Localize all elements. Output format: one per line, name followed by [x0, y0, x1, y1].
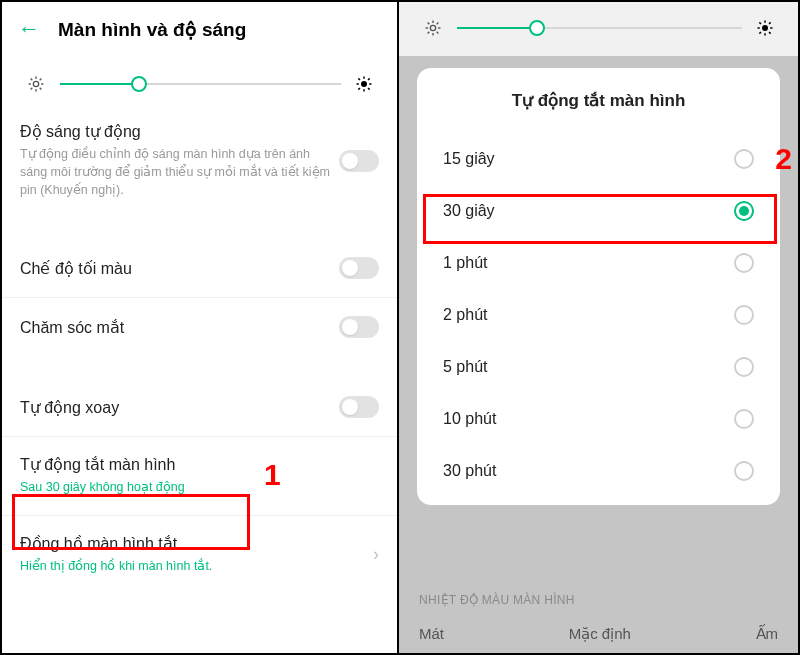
sun-high-icon — [756, 19, 774, 37]
always-on-row[interactable]: Đồng hồ màn hình tắt Hiển thị đồng hồ kh… — [2, 520, 397, 589]
brightness-slider[interactable] — [60, 74, 341, 94]
back-icon[interactable]: ← — [18, 16, 40, 42]
row-title: Độ sáng tự động — [20, 122, 339, 141]
dialog-screen: NHIỆT ĐỘ MÀU MÀN HÌNH Mát Mặc định Ấm Tự… — [399, 2, 798, 653]
option-label: 10 phút — [443, 410, 496, 428]
svg-point-0 — [33, 81, 38, 86]
auto-brightness-toggle[interactable] — [339, 150, 379, 172]
temp-warm[interactable]: Ấm — [756, 625, 779, 643]
option-label: 30 phút — [443, 462, 496, 480]
settings-screen: ← Màn hình và độ sáng — [2, 2, 399, 653]
radio-icon — [734, 149, 754, 169]
option-30m[interactable]: 30 phút — [441, 445, 756, 497]
option-1m[interactable]: 1 phút — [441, 237, 756, 289]
svg-line-17 — [368, 78, 370, 80]
option-5m[interactable]: 5 phút — [441, 341, 756, 393]
radio-icon — [734, 305, 754, 325]
sun-high-icon — [355, 75, 373, 93]
callout-1: 1 — [264, 458, 281, 492]
svg-line-32 — [759, 22, 761, 24]
option-15s[interactable]: 15 giây — [441, 133, 756, 185]
eye-care-toggle[interactable] — [339, 316, 379, 338]
svg-point-27 — [762, 25, 768, 31]
row-title: Chế độ tối màu — [20, 259, 339, 278]
svg-point-18 — [430, 25, 435, 30]
row-title: Đồng hồ màn hình tắt — [20, 534, 365, 553]
option-label: 5 phút — [443, 358, 487, 376]
svg-line-8 — [40, 79, 42, 81]
svg-line-14 — [358, 78, 360, 80]
screen-off-row[interactable]: Tự động tắt màn hình Sau 30 giây không h… — [2, 441, 397, 510]
screen-off-dialog: Tự động tắt màn hình 15 giây 30 giây 1 p… — [417, 68, 780, 505]
svg-line-25 — [428, 32, 430, 34]
row-title: Chăm sóc mắt — [20, 318, 339, 337]
option-label: 15 giây — [443, 150, 495, 168]
temp-default[interactable]: Mặc định — [569, 625, 631, 643]
option-label: 1 phút — [443, 254, 487, 272]
radio-icon — [734, 253, 754, 273]
option-10m[interactable]: 10 phút — [441, 393, 756, 445]
svg-line-26 — [437, 23, 439, 25]
svg-point-9 — [361, 81, 367, 87]
svg-line-35 — [769, 22, 771, 24]
svg-line-15 — [368, 88, 370, 90]
auto-rotate-row[interactable]: Tự động xoay — [2, 382, 397, 432]
radio-icon — [734, 409, 754, 429]
eye-care-row[interactable]: Chăm sóc mắt — [2, 302, 397, 352]
option-2m[interactable]: 2 phút — [441, 289, 756, 341]
radio-icon — [734, 357, 754, 377]
header: ← Màn hình và độ sáng — [2, 2, 397, 52]
auto-rotate-toggle[interactable] — [339, 396, 379, 418]
svg-line-24 — [437, 32, 439, 34]
radio-selected-icon — [734, 201, 754, 221]
svg-line-23 — [428, 23, 430, 25]
dark-mode-row[interactable]: Chế độ tối màu — [2, 243, 397, 293]
callout-2: 2 — [775, 142, 792, 176]
option-label: 30 giây — [443, 202, 495, 220]
row-title: Tự động xoay — [20, 398, 339, 417]
auto-brightness-row[interactable]: Độ sáng tự động Tự động điều chỉnh độ sá… — [2, 108, 397, 213]
row-title: Tự động tắt màn hình — [20, 455, 379, 474]
svg-line-33 — [769, 32, 771, 34]
section-label: NHIỆT ĐỘ MÀU MÀN HÌNH — [419, 593, 778, 607]
color-temp-section: NHIỆT ĐỘ MÀU MÀN HÌNH Mát Mặc định Ấm — [399, 593, 798, 653]
brightness-slider-row — [399, 2, 798, 50]
svg-line-5 — [31, 79, 33, 81]
dialog-title: Tự động tắt màn hình — [441, 90, 756, 111]
option-30s[interactable]: 30 giây — [441, 185, 756, 237]
svg-line-16 — [358, 88, 360, 90]
radio-icon — [734, 461, 754, 481]
brightness-slider-row — [2, 52, 397, 108]
svg-line-7 — [31, 88, 33, 90]
page-title: Màn hình và độ sáng — [58, 18, 246, 41]
chevron-right-icon: › — [373, 544, 379, 565]
svg-line-6 — [40, 88, 42, 90]
row-desc: Sau 30 giây không hoạt động — [20, 478, 379, 496]
svg-line-34 — [759, 32, 761, 34]
option-label: 2 phút — [443, 306, 487, 324]
row-desc: Hiển thị đồng hồ khi màn hình tắt. — [20, 557, 365, 575]
sun-low-icon — [423, 18, 443, 38]
temp-cool[interactable]: Mát — [419, 625, 444, 643]
sun-low-icon — [26, 74, 46, 94]
brightness-slider[interactable] — [457, 18, 742, 38]
dark-mode-toggle[interactable] — [339, 257, 379, 279]
row-desc: Tự động điều chỉnh độ sáng màn hình dựa … — [20, 145, 339, 199]
